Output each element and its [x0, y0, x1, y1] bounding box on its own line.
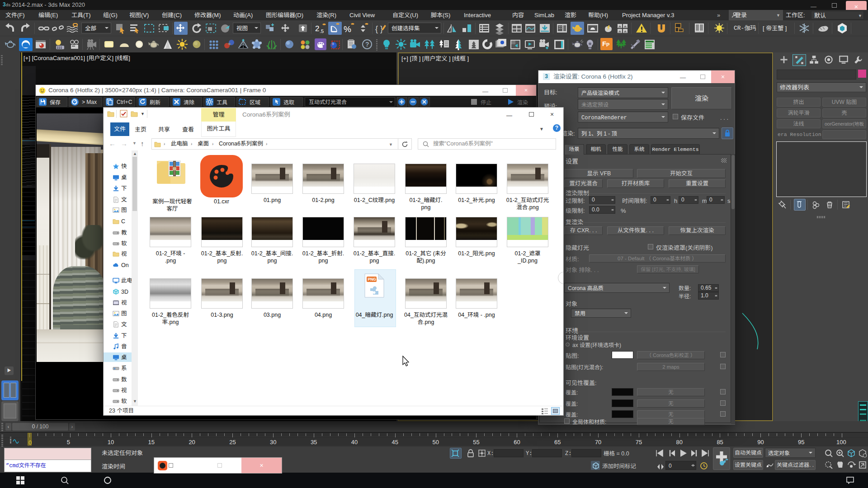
svg-text:{ }: { }	[375, 24, 383, 33]
svg-text:2: 2	[315, 24, 319, 33]
svg-text:.5: .5	[320, 28, 324, 34]
svg-text:%: %	[344, 24, 351, 34]
svg-text:?: ?	[365, 41, 369, 48]
svg-text:PNG: PNG	[368, 277, 377, 282]
